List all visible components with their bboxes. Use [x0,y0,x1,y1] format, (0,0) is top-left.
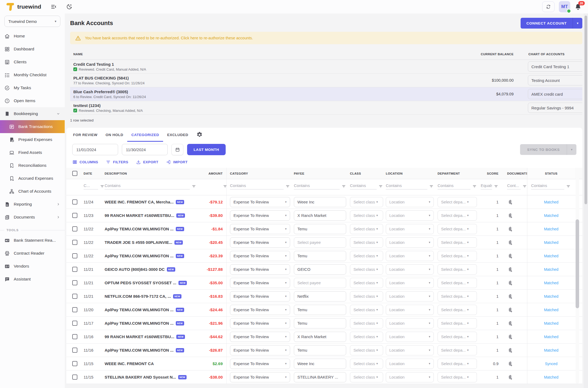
location-select[interactable]: Location▾ [386,318,434,328]
class-select[interactable]: Select class▾ [350,197,383,207]
payee-select[interactable]: X Ranch Market [294,210,346,221]
class-select[interactable]: Select class▾ [350,332,383,342]
sidebar-item-fixed-assets[interactable]: Fixed Assets [0,146,65,159]
category-select[interactable]: Expense To Review▾ [230,291,290,302]
sidebar-item-chart-of-accounts[interactable]: Chart of Accounts [0,185,65,198]
toolbar-button-export[interactable]: EXPORT [136,160,158,165]
location-select[interactable]: Location▾ [386,264,434,275]
location-select[interactable]: Location▾ [386,291,434,302]
attach-document-icon[interactable] [507,213,513,219]
bank-account-row[interactable]: Credit Card Testing 1 ✓ Reviewed. Credit… [70,60,582,74]
filter-department[interactable]: Contains [438,183,477,191]
attach-document-icon[interactable] [507,266,513,272]
class-select[interactable]: Select class▾ [350,359,383,369]
class-select[interactable]: Select class▾ [350,210,383,221]
attach-document-icon[interactable] [507,307,513,313]
payee-select[interactable]: Temu [294,345,346,355]
category-select[interactable]: Expense To Review▾ [230,251,290,261]
category-select[interactable]: Expense To Review▾ [230,345,290,355]
row-checkbox[interactable] [72,321,77,326]
sidebar-item-open-items[interactable]: Open Items [0,94,65,107]
filter-score[interactable]: Equals [481,183,498,191]
category-select[interactable]: Expense To Review▾ [230,318,290,328]
department-select[interactable]: Select depa...▾ [438,291,477,302]
tx-status[interactable]: Matched [544,227,559,231]
filter-date[interactable]: C... [84,183,105,191]
category-select[interactable]: Expense To Review▾ [230,332,290,342]
row-checkbox[interactable] [72,361,77,366]
filter-class[interactable]: Contains [350,183,383,191]
category-select[interactable]: Expense To Review▾ [230,372,290,382]
location-select[interactable]: Location▾ [386,345,434,355]
tx-status[interactable]: Matched [544,308,559,312]
attach-document-icon[interactable] [507,199,513,205]
attach-document-icon[interactable] [507,320,513,326]
tx-status[interactable]: Matched [544,294,559,299]
select-all-checkbox[interactable] [72,171,77,176]
connect-account-dropdown[interactable]: ▾ [573,18,582,29]
payee-select[interactable]: Netflix [294,291,346,302]
table-scrollbar[interactable] [576,169,579,384]
dark-mode-toggle-icon[interactable] [66,4,73,10]
date-from-input[interactable] [72,144,118,155]
workspace-selector[interactable]: Truewind Demo ▾ [4,16,60,27]
location-select[interactable]: Location▾ [386,210,434,221]
tx-status[interactable]: Matched [544,213,559,218]
location-select[interactable]: Location▾ [386,372,434,382]
sidebar-item-contract-reader[interactable]: Contract Reader [0,247,65,260]
row-checkbox[interactable] [72,267,77,272]
bank-account-row[interactable]: Blue Cash Preferred® (3005) 6 to Review.… [70,87,582,101]
attach-document-icon[interactable] [507,374,513,380]
toolbar-button-filters[interactable]: FILTERS [106,160,128,165]
tx-status[interactable]: Matched [544,348,559,352]
location-select[interactable]: Location▾ [386,224,434,234]
date-to-input[interactable] [122,144,168,155]
avatar[interactable]: MT [559,1,570,12]
sidebar-item-dashboard[interactable]: Dashboard [0,43,65,56]
class-select[interactable]: Select class▾ [350,372,383,382]
row-checkbox[interactable] [72,348,77,353]
tab-for-review[interactable]: FOR REVIEW [69,128,102,142]
department-select[interactable]: Select depa...▾ [438,251,477,261]
attach-document-icon[interactable] [507,240,513,245]
sidebar-item-reporting[interactable]: Reporting [0,198,65,211]
category-select[interactable]: Expense To Review▾ [230,210,290,221]
sidebar-item-bank-transactions[interactable]: Bank Transactions [0,120,65,133]
attach-document-icon[interactable] [507,226,513,232]
tx-status[interactable]: Synced [545,362,558,366]
attach-document-icon[interactable] [507,361,513,367]
refresh-button[interactable] [542,1,555,12]
last-month-button[interactable]: LAST MONTH [187,144,226,155]
department-select[interactable]: Select depa...▾ [438,264,477,275]
sidebar-item-bookkeeping[interactable]: Bookkeeping [0,107,65,120]
category-select[interactable]: Expense To Review▾ [230,264,290,275]
class-select[interactable]: Select class▾ [350,237,383,248]
sidebar-collapse-icon[interactable] [50,4,57,10]
attach-document-icon[interactable] [507,253,513,259]
department-select[interactable]: Select depa...▾ [438,318,477,328]
sidebar-item-assistant[interactable]: Assistant [0,273,65,286]
page-scrollbar[interactable] [584,13,588,388]
table-settings-gear-icon[interactable] [196,131,203,138]
tx-status[interactable]: Matched [544,240,559,245]
sync-to-books-button[interactable]: SYNC TO BOOKS ▾ [520,144,576,155]
tab-on-hold[interactable]: ON HOLD [102,128,128,142]
category-select[interactable]: Expense To Review▾ [230,278,290,288]
class-select[interactable]: Select class▾ [350,278,383,288]
department-select[interactable]: Select depa...▾ [438,237,477,248]
payee-select[interactable]: Weee Inc [294,359,346,369]
department-select[interactable]: Select depa...▾ [438,210,477,221]
payee-select[interactable]: X Ranch Market [294,332,346,342]
payee-select[interactable]: Select payee [294,278,346,288]
tab-categorized[interactable]: CATEGORIZED [127,128,163,142]
toolbar-button-columns[interactable]: COLUMNS [72,160,98,165]
payee-select[interactable]: GEICO [294,264,346,275]
attach-document-icon[interactable] [507,293,513,299]
sidebar-item-reconciliations[interactable]: Reconciliations [0,159,65,172]
sidebar-item-my-tasks[interactable]: My Tasks [0,81,65,94]
tx-status[interactable]: Matched [544,200,559,204]
filter-category[interactable]: Contains [230,183,290,191]
payee-select[interactable]: Temu [294,318,346,328]
tx-status[interactable]: Matched [544,267,559,272]
sidebar-item-clients[interactable]: Clients [0,56,65,68]
